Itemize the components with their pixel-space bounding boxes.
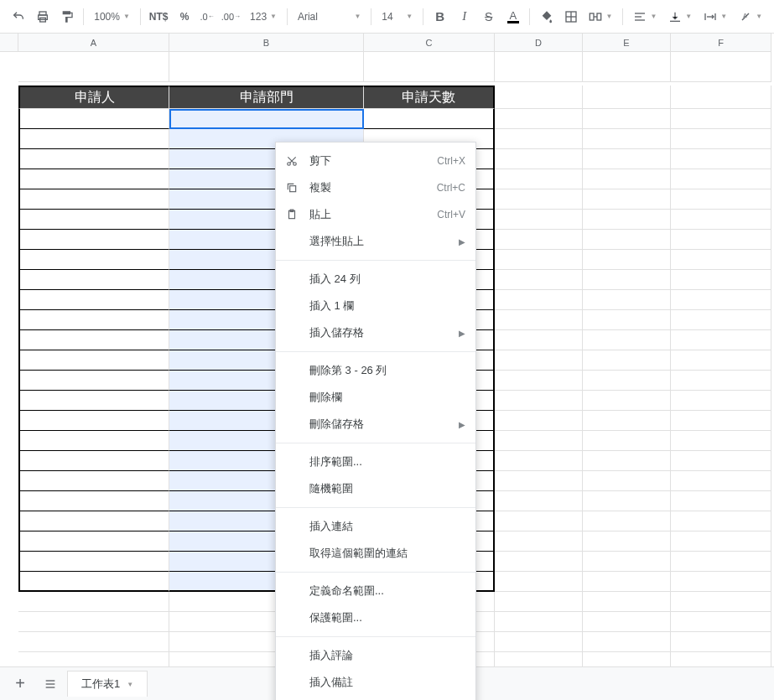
ctx-define-name[interactable]: 定義命名範圍... — [276, 578, 475, 604]
col-header-a[interactable]: A — [18, 34, 169, 52]
cell[interactable] — [495, 451, 583, 471]
cell[interactable] — [364, 109, 495, 129]
cell[interactable] — [495, 371, 583, 391]
ctx-insert-note[interactable]: 插入備註 — [276, 669, 475, 696]
cell[interactable] — [671, 270, 771, 290]
ctx-insert-link[interactable]: 插入連結 — [276, 513, 475, 540]
cell[interactable] — [583, 652, 671, 666]
cell-active[interactable] — [169, 109, 364, 129]
cell[interactable] — [495, 531, 583, 552]
ctx-insert-comment[interactable]: 插入評論 — [276, 642, 475, 669]
ctx-sort-range[interactable]: 排序範圍... — [276, 449, 475, 475]
cell[interactable] — [583, 572, 671, 592]
cell[interactable] — [495, 310, 583, 330]
cell[interactable] — [671, 451, 771, 471]
cell[interactable] — [583, 391, 671, 411]
cell[interactable] — [18, 149, 169, 169]
text-wrap-button[interactable]: ▼ — [699, 5, 732, 29]
bold-button[interactable]: B — [429, 5, 451, 29]
cell[interactable] — [18, 270, 169, 290]
cell[interactable] — [583, 109, 671, 129]
cell[interactable] — [671, 531, 771, 552]
ctx-cut[interactable]: 剪下 Ctrl+X — [276, 148, 475, 174]
cell[interactable] — [671, 511, 771, 531]
cell[interactable] — [671, 169, 771, 189]
table-header-cell[interactable]: 申請部門 — [169, 86, 364, 109]
font-size-select[interactable]: 14▼ — [377, 5, 418, 29]
fill-color-button[interactable] — [535, 5, 558, 29]
cell[interactable] — [495, 52, 583, 82]
cell[interactable] — [169, 52, 364, 82]
paint-format-button[interactable] — [55, 5, 78, 29]
cell[interactable] — [671, 129, 771, 149]
cell[interactable] — [495, 270, 583, 290]
ctx-paste-special[interactable]: 選擇性貼上 ▶ — [276, 228, 475, 255]
cell[interactable] — [583, 330, 671, 350]
cell[interactable] — [495, 552, 583, 572]
cell[interactable] — [583, 431, 671, 451]
zoom-select[interactable]: 100%▼ — [89, 5, 135, 29]
cell[interactable] — [495, 491, 583, 511]
cell[interactable] — [495, 210, 583, 230]
merge-cells-button[interactable]: ▼ — [584, 5, 617, 29]
cell[interactable] — [671, 330, 771, 350]
cell[interactable] — [583, 612, 671, 632]
cell[interactable] — [18, 330, 169, 350]
ctx-delete-col[interactable]: 刪除欄 — [276, 384, 475, 411]
cell[interactable] — [18, 531, 169, 552]
italic-button[interactable]: I — [453, 5, 475, 29]
cell[interactable] — [583, 310, 671, 330]
text-color-button[interactable]: A — [501, 5, 524, 29]
col-header-b[interactable]: B — [169, 34, 364, 52]
cell[interactable] — [583, 632, 671, 652]
ctx-protect-range[interactable]: 保護範圍... — [276, 604, 475, 631]
ctx-insert-rows[interactable]: 插入 24 列 — [276, 266, 475, 293]
cell[interactable] — [583, 290, 671, 310]
strikethrough-button[interactable]: S — [477, 5, 500, 29]
cell[interactable] — [671, 52, 771, 82]
cell[interactable] — [495, 330, 583, 350]
more-formats-select[interactable]: 123▼ — [245, 5, 282, 29]
cell[interactable] — [583, 169, 671, 189]
cell[interactable] — [495, 612, 583, 632]
cell[interactable] — [495, 109, 583, 129]
cell[interactable] — [583, 86, 671, 109]
cell[interactable] — [671, 431, 771, 451]
table-header-cell[interactable]: 申請人 — [18, 86, 169, 109]
cell[interactable] — [583, 411, 671, 431]
cell[interactable] — [583, 552, 671, 572]
sheet-tab[interactable]: 工作表1 ▼ — [67, 671, 148, 697]
cell[interactable] — [583, 129, 671, 149]
cell[interactable] — [495, 290, 583, 310]
col-header-e[interactable]: E — [583, 34, 671, 52]
cell[interactable] — [671, 391, 771, 411]
cell[interactable] — [671, 290, 771, 310]
cell[interactable] — [495, 129, 583, 149]
cell[interactable] — [18, 230, 169, 250]
ctx-paste[interactable]: 貼上 Ctrl+V — [276, 201, 475, 228]
cell[interactable] — [18, 451, 169, 471]
cell[interactable] — [495, 86, 583, 109]
cell[interactable] — [495, 592, 583, 612]
cell[interactable] — [18, 129, 169, 149]
col-header-c[interactable]: C — [364, 34, 495, 52]
ctx-get-link[interactable]: 取得這個範圍的連結 — [276, 540, 475, 567]
cell[interactable] — [671, 149, 771, 169]
ctx-copy[interactable]: 複製 Ctrl+C — [276, 174, 475, 201]
cell[interactable] — [495, 632, 583, 652]
ctx-insert-col[interactable]: 插入 1 欄 — [276, 293, 475, 319]
borders-button[interactable] — [559, 5, 582, 29]
cell[interactable] — [671, 86, 771, 109]
cell[interactable] — [671, 189, 771, 210]
table-header-cell[interactable]: 申請天數 — [364, 86, 495, 109]
cell[interactable] — [583, 350, 671, 371]
cell[interactable] — [583, 451, 671, 471]
cell[interactable] — [18, 310, 169, 330]
cell[interactable] — [671, 491, 771, 511]
cell[interactable] — [18, 592, 169, 612]
cell[interactable] — [671, 411, 771, 431]
text-rotation-button[interactable]: A▼ — [734, 5, 767, 29]
increase-decimal-button[interactable]: .00→ — [219, 5, 243, 29]
cell[interactable] — [583, 491, 671, 511]
cell[interactable] — [495, 471, 583, 491]
